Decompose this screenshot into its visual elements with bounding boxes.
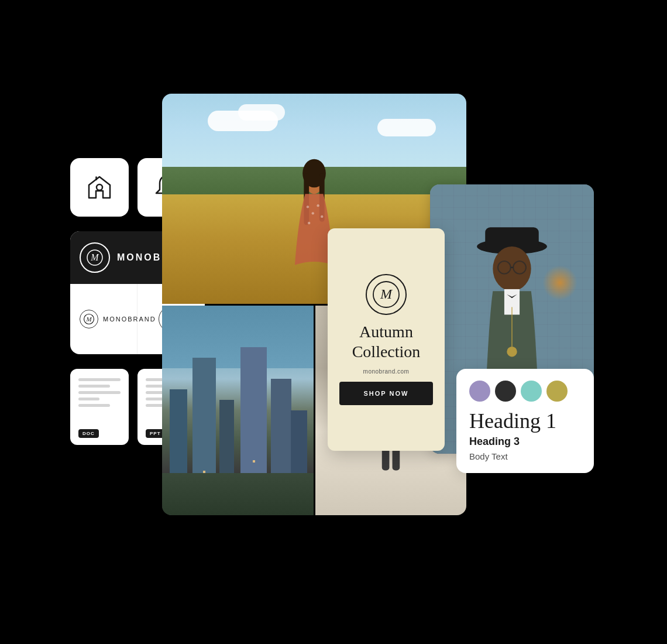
swatch-dark (495, 381, 516, 402)
svg-point-14 (317, 204, 319, 207)
home-icon-card (70, 158, 129, 217)
svg-point-12 (307, 205, 309, 208)
logo-monogram-dark: M (80, 242, 110, 273)
swatch-gold (546, 381, 568, 402)
autumn-logo: M (366, 274, 407, 315)
svg-rect-24 (485, 227, 539, 249)
swatch-purple (469, 381, 490, 402)
doc-line (78, 385, 110, 388)
svg-point-13 (312, 212, 314, 214)
svg-point-15 (321, 215, 323, 217)
home-icon (84, 172, 115, 203)
heading-1-label: Heading 1 (469, 410, 581, 433)
main-scene: M MONOBRAND M MONOBRAND M (70, 94, 597, 550)
doc-badge: DOC (78, 429, 99, 438)
autumn-title: AutumnCollection (352, 322, 421, 361)
typography-card: Heading 1 Heading 3 Body Text (456, 369, 594, 473)
svg-text:M: M (90, 252, 99, 262)
svg-text:M: M (380, 286, 393, 302)
color-swatches (469, 381, 581, 402)
autumn-card: M AutumnCollection monobrand.com SHOP NO… (328, 228, 445, 451)
city-photo (162, 306, 314, 516)
heading-3-label: Heading 3 (469, 436, 581, 448)
logo-variant-left: M MONOBRAND (70, 284, 137, 354)
body-text-label: Body Text (469, 451, 581, 461)
doc-line (78, 391, 121, 394)
svg-point-30 (507, 347, 517, 357)
shop-now-button[interactable]: SHOP NOW (339, 382, 433, 405)
autumn-url: monobrand.com (363, 368, 410, 375)
swatch-teal (521, 381, 542, 402)
svg-point-0 (97, 184, 102, 190)
svg-point-16 (308, 221, 310, 224)
svg-text:M: M (85, 316, 92, 323)
doc-line (78, 398, 99, 400)
doc-card: DOC (70, 369, 129, 445)
doc-line (78, 404, 110, 407)
logo-monogram-light: M (80, 310, 98, 328)
doc-line (78, 378, 121, 381)
